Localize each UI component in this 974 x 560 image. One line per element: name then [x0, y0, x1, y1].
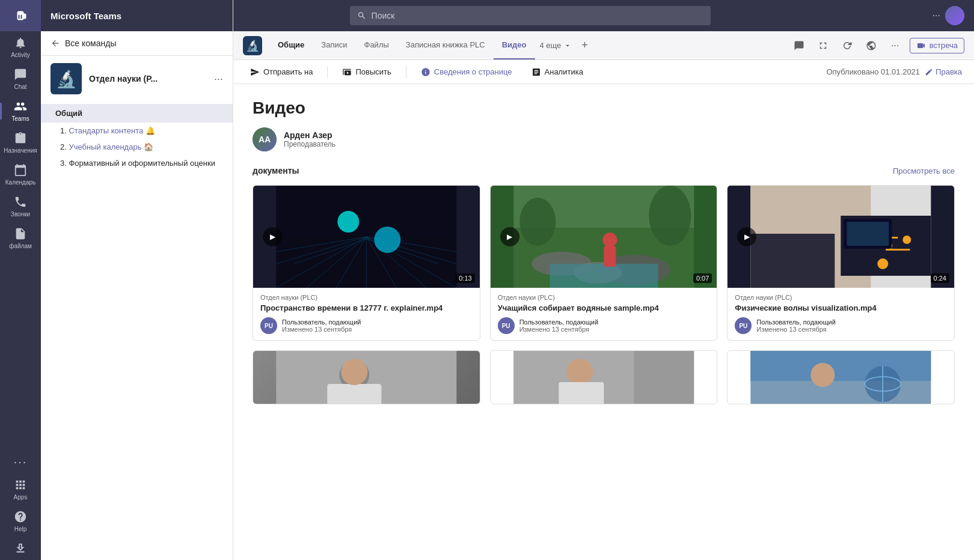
tab-video[interactable]: Видео: [494, 31, 535, 59]
play-button-2[interactable]: ▶: [500, 227, 519, 246]
clipboard-icon: [14, 132, 27, 145]
video-card-1[interactable]: ▶ 0:13 Отдел науки (PLC) Пространство вр…: [253, 185, 480, 341]
video-info-2: Отдел науки (PLC) Учащийся собирает водя…: [491, 288, 717, 340]
chat-bubble-icon: [794, 40, 804, 51]
sidebar-item-help[interactable]: Help: [0, 505, 41, 537]
sidebar-item-teams[interactable]: Teams: [0, 95, 41, 127]
bottom-thumb-1: [253, 351, 480, 404]
sidebar-item-calendar[interactable]: Календарь: [0, 159, 41, 190]
video-author-avatar-3: PU: [735, 317, 752, 334]
action-separator-1: [327, 66, 328, 78]
video-card-b3[interactable]: [727, 350, 955, 404]
tab-add-button[interactable]: +: [577, 31, 593, 59]
teams-panel-back-label: Все команды: [65, 38, 116, 48]
sidebar-item-assignments[interactable]: Назначения: [0, 127, 41, 159]
tab-more[interactable]: 4 еще: [535, 31, 577, 59]
refresh-action-button[interactable]: [838, 36, 857, 55]
sidebar-item-label-files: файлам: [9, 243, 32, 249]
help-icon: [14, 510, 27, 523]
globe-action-button[interactable]: [862, 36, 881, 55]
sidebar-item-download[interactable]: [0, 537, 41, 560]
app-logo: [0, 0, 41, 31]
edit-button[interactable]: Правка: [925, 67, 962, 76]
video-channel-3: Отдел науки (PLC): [735, 294, 947, 301]
bottom-thumb-1-svg: [253, 351, 480, 404]
sidebar-item-label-help: Help: [14, 526, 27, 532]
video-name-1: Пространство времени в 12777 г. explaine…: [260, 303, 473, 312]
channel-item-1[interactable]: 1. Стандарты контента 🔔: [41, 123, 233, 139]
globe-icon: [866, 40, 877, 51]
video-author-avatar-2: PU: [498, 317, 515, 334]
video-card-b1[interactable]: [253, 350, 480, 404]
user-avatar[interactable]: [945, 6, 964, 25]
video-channel-2: Отдел науки (PLC): [498, 294, 710, 301]
svg-point-45: [566, 359, 593, 385]
chat-action-button[interactable]: [789, 36, 809, 55]
tab-files[interactable]: Файлы: [356, 31, 397, 59]
send-button[interactable]: Отправить на: [245, 65, 317, 79]
tab-notebook[interactable]: Записная книжка PLC: [397, 31, 494, 59]
video-card-2[interactable]: ▶ 0:07 Отдел науки (PLC) Учащийся собира…: [490, 185, 718, 341]
svg-point-32: [903, 236, 911, 244]
search-input[interactable]: [372, 11, 704, 20]
search-bar[interactable]: [350, 6, 711, 25]
sidebar-item-files[interactable]: файлам: [0, 222, 41, 254]
svg-rect-21: [550, 264, 658, 288]
sidebar-item-apps[interactable]: Apps: [0, 473, 41, 505]
play-button-1[interactable]: ▶: [263, 227, 282, 246]
teams-icon: [14, 100, 27, 113]
svg-point-42: [341, 359, 367, 385]
expand-action-button[interactable]: [813, 36, 833, 55]
svg-rect-41: [327, 384, 381, 404]
channel-item-general[interactable]: Общий: [41, 104, 233, 123]
teams-panel-header-bar: Microsoft Teams: [41, 0, 233, 31]
play-button-3[interactable]: ▶: [737, 227, 756, 246]
analytics-button[interactable]: Аналитика: [527, 65, 588, 79]
sidebar-item-label-apps: Apps: [14, 494, 28, 501]
channel-item-label-2: 2. Учебный календарь 🏠: [60, 142, 153, 151]
svg-rect-37: [847, 222, 889, 246]
page-info-button[interactable]: Сведения о странице: [416, 65, 517, 79]
sidebar-item-label-chat: Chat: [14, 84, 26, 90]
sidebar-item-activity[interactable]: Activity: [0, 31, 41, 63]
svg-rect-46: [559, 382, 604, 404]
page-title: Видео: [253, 99, 955, 118]
video-card-3[interactable]: ▶ 0:24 Отдел науки (PLC) Физические волн…: [727, 185, 955, 341]
action-separator-2: [406, 66, 406, 78]
video-author-avatar-1: PU: [260, 317, 277, 334]
sidebar-item-more[interactable]: ···: [0, 450, 41, 473]
chat-icon: [14, 68, 27, 81]
view-all-button[interactable]: Просмотреть все: [893, 166, 955, 175]
tab-actions: ··· встреча: [789, 31, 964, 59]
bottom-thumb-3-svg: [727, 351, 954, 404]
team-menu-button[interactable]: ···: [214, 73, 223, 85]
promote-button[interactable]: Повысить: [337, 65, 396, 79]
top-bar: ···: [233, 0, 974, 31]
bottom-thumb-3: [727, 351, 954, 404]
video-grid-bottom: [253, 350, 955, 404]
more-action-button[interactable]: ···: [886, 36, 905, 55]
meeting-button[interactable]: встреча: [910, 38, 964, 53]
sidebar-item-label-teams: Teams: [11, 115, 29, 122]
nature-thumbnail-svg: [491, 186, 717, 288]
channel-tabs: 🔬 Общие Записи Файлы Записная книжка PLC…: [233, 31, 974, 60]
icon-bar: Activity Chat Teams Назначения Календарь…: [0, 0, 41, 560]
sidebar-item-label-calls: Звонки: [11, 211, 30, 218]
sidebar-item-label-calendar: Календарь: [5, 179, 35, 186]
tab-records[interactable]: Записи: [313, 31, 355, 59]
channel-item-label-3: 3. Формативный и оформительный оценки: [60, 159, 215, 168]
back-button[interactable]: [51, 38, 60, 48]
teams-panel: Microsoft Teams Все команды 🔬 Отдел наук…: [41, 0, 233, 560]
channel-item-3[interactable]: 3. Формативный и оформительный оценки: [41, 155, 233, 171]
channel-item-2[interactable]: 2. Учебный календарь 🏠: [41, 139, 233, 155]
video-card-b2[interactable]: [490, 350, 718, 404]
video-grid: ▶ 0:13 Отдел науки (PLC) Пространство вр…: [253, 185, 955, 341]
svg-point-15: [374, 227, 400, 253]
section-title: документы: [253, 166, 299, 175]
sidebar-item-chat[interactable]: Chat: [0, 63, 41, 95]
file-icon: [14, 227, 27, 240]
search-icon: [357, 11, 366, 20]
video-info-3: Отдел науки (PLC) Физические волны visua…: [727, 288, 954, 340]
settings-icon-btn[interactable]: ···: [933, 10, 940, 21]
sidebar-item-calls[interactable]: Звонки: [0, 190, 41, 222]
